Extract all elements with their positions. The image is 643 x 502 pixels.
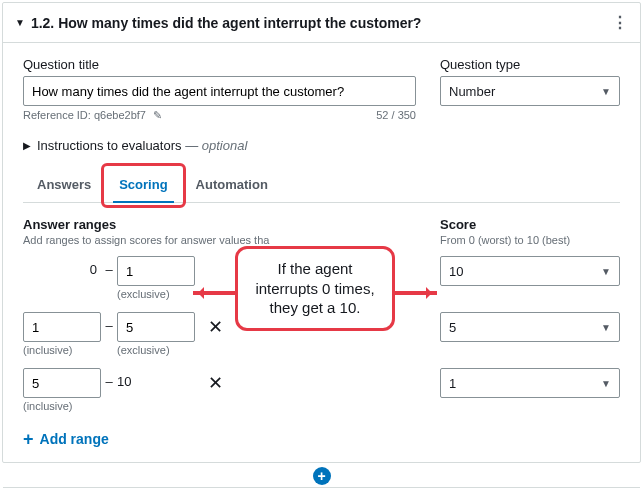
annotation-arrow-right xyxy=(395,291,437,295)
remove-range-button[interactable]: ✕ xyxy=(195,368,235,394)
chevron-down-icon: ▼ xyxy=(601,322,611,333)
collapse-icon: ▼ xyxy=(15,17,25,28)
question-title-label: Question title xyxy=(23,57,416,72)
range-from-static: 0 xyxy=(23,256,101,277)
score-select[interactable]: 1▼ xyxy=(440,368,620,398)
range-to-input[interactable] xyxy=(117,256,195,286)
answer-ranges-sub: Add ranges to assign scores for answer v… xyxy=(23,234,440,246)
score-title: Score xyxy=(440,217,620,232)
range-to-static: 10 xyxy=(117,368,195,389)
add-range-button[interactable]: + Add range xyxy=(23,430,109,448)
score-value: 5 xyxy=(449,320,456,335)
question-title-header: How many times did the agent interrupt t… xyxy=(58,15,421,31)
reference-id-value: q6ebe2bf7 xyxy=(94,109,146,121)
reference-id-label: Reference ID: xyxy=(23,109,91,121)
chevron-down-icon: ▼ xyxy=(601,266,611,277)
question-type-value: Number xyxy=(449,84,495,99)
tabs: Answers Scoring Automation xyxy=(23,167,620,203)
tab-automation[interactable]: Automation xyxy=(182,167,282,202)
tab-answers[interactable]: Answers xyxy=(23,167,105,202)
panel-header[interactable]: ▼ 1.2. How many times did the agent inte… xyxy=(3,3,640,43)
range-to-incl: (exclusive) xyxy=(117,288,195,300)
range-row: (inclusive)–10✕1▼ xyxy=(23,368,620,412)
range-dash: – xyxy=(101,256,117,277)
range-from-input[interactable] xyxy=(23,312,101,342)
footer-add: + xyxy=(0,465,643,487)
annotation-arrow-left xyxy=(193,291,235,295)
kebab-menu-icon[interactable]: ⋮ xyxy=(612,13,628,32)
score-value: 1 xyxy=(449,376,456,391)
score-select[interactable]: 10▼ xyxy=(440,256,620,286)
chevron-down-icon: ▼ xyxy=(601,378,611,389)
annotation-callout: If the agent interrupts 0 times, they ge… xyxy=(235,246,395,331)
range-from-incl: (inclusive) xyxy=(23,344,101,356)
score-value: 10 xyxy=(449,264,463,279)
add-range-label: Add range xyxy=(40,431,109,447)
question-type-select[interactable]: Number ▼ xyxy=(440,76,620,106)
instructions-label: Instructions to evaluators xyxy=(37,138,182,153)
plus-icon: + xyxy=(23,430,34,448)
tab-scoring[interactable]: Scoring xyxy=(105,167,181,202)
chevron-right-icon: ▶ xyxy=(23,140,31,151)
range-from-incl: (inclusive) xyxy=(23,400,101,412)
question-type-label: Question type xyxy=(440,57,620,72)
instructions-optional: — optional xyxy=(185,138,247,153)
question-number: 1.2. xyxy=(31,15,54,31)
question-panel: ▼ 1.2. How many times did the agent inte… xyxy=(2,2,641,463)
char-counter: 52 / 350 xyxy=(376,109,416,122)
chevron-down-icon: ▼ xyxy=(601,86,611,97)
range-to-input[interactable] xyxy=(117,312,195,342)
range-dash: – xyxy=(101,312,117,333)
question-title-input[interactable] xyxy=(23,76,416,106)
remove-range-button[interactable]: ✕ xyxy=(195,312,235,338)
score-select[interactable]: 5▼ xyxy=(440,312,620,342)
instructions-toggle[interactable]: ▶ Instructions to evaluators — optional xyxy=(23,138,620,153)
add-question-button[interactable]: + xyxy=(313,467,331,485)
answer-ranges-title: Answer ranges xyxy=(23,217,440,232)
remove-range-placeholder xyxy=(195,256,235,260)
score-sub: From 0 (worst) to 10 (best) xyxy=(440,234,620,246)
pencil-icon[interactable]: ✎ xyxy=(153,109,162,121)
range-dash: – xyxy=(101,368,117,389)
range-to-incl: (exclusive) xyxy=(117,344,195,356)
range-from-input[interactable] xyxy=(23,368,101,398)
